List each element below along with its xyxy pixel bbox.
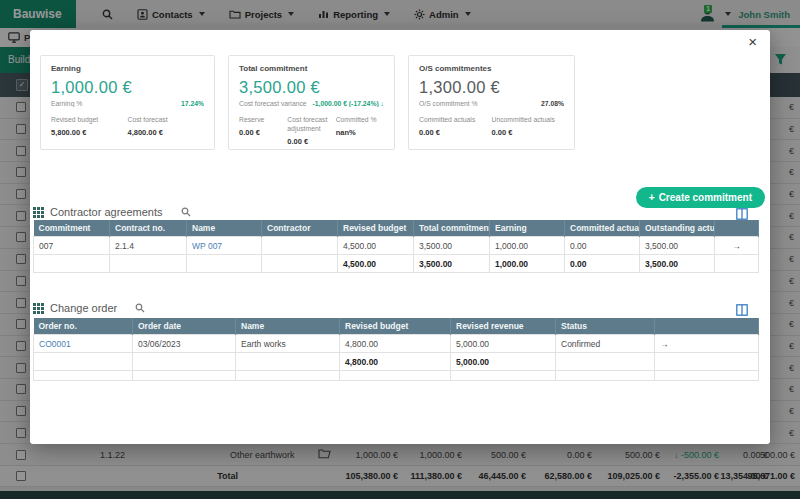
- metric-value: -1,000.00 € (-17.24%) ↓: [313, 100, 384, 107]
- total-cell: [110, 255, 187, 273]
- cell: 1,000.00: [490, 237, 565, 255]
- cell: [236, 371, 340, 381]
- cell: CO0001: [34, 335, 133, 353]
- column-header: Revised revenue: [451, 318, 556, 335]
- field-value: nan%: [336, 128, 379, 137]
- column-header: Status: [556, 318, 655, 335]
- field-label: Cost forecast adjustment: [287, 116, 330, 134]
- total-cell: 0.00: [565, 255, 640, 273]
- close-icon[interactable]: ×: [748, 34, 757, 49]
- field-label: Committed actuals: [419, 116, 487, 125]
- field-value: 0.00 €: [239, 128, 282, 137]
- card-title: Earning: [51, 64, 204, 73]
- cell: [451, 371, 556, 381]
- column-header: Earning: [490, 220, 565, 237]
- field-value: 4,800.00 €: [128, 128, 200, 137]
- card-field: Revised budget5,800.00 €: [51, 116, 128, 137]
- metric-label: Cost forecast variance: [239, 100, 307, 107]
- cell: 0.00: [565, 237, 640, 255]
- column-header: Contractor: [262, 220, 338, 237]
- search-icon[interactable]: [135, 303, 145, 313]
- cell: [340, 371, 451, 381]
- cell: [262, 237, 338, 255]
- grid-icon: [33, 303, 44, 314]
- earning-card: Earning 1,000.00 € Earning % 17.24% Revi…: [40, 55, 215, 150]
- column-header: [715, 220, 759, 237]
- total-cell: 4,500.00: [338, 255, 414, 273]
- totals-row: 4,500.003,500.001,000.000.003,500.00: [34, 255, 759, 273]
- total-cell: [133, 353, 236, 371]
- os-commitments-card: O/S commitmentes 1,300.00 € O/S commitme…: [408, 55, 575, 150]
- cell: 03/06/2023: [133, 335, 236, 353]
- cell: [556, 371, 655, 381]
- section-title: Contractor agreements: [50, 206, 163, 218]
- metric-value: 17.24%: [181, 100, 204, 107]
- screen: Bauwise Contacts Projects Reporting: [0, 0, 800, 499]
- field-value: 0.00 €: [419, 128, 487, 137]
- empty-row: [34, 371, 759, 381]
- field-label: Reserve: [239, 116, 282, 125]
- total-cell: [715, 255, 759, 273]
- cell: Confirmed: [556, 335, 655, 353]
- search-icon[interactable]: [181, 207, 191, 217]
- column-header: Revised budget: [338, 220, 414, 237]
- card-amount: 1,000.00 €: [51, 78, 204, 97]
- total-commitment-card: Total commitment 3,500.00 € Cost forecas…: [228, 55, 395, 150]
- column-header: Outstanding actuals: [640, 220, 715, 237]
- column-header: Order date: [133, 318, 236, 335]
- column-header: Name: [236, 318, 340, 335]
- grid-icon: [33, 207, 44, 218]
- card-field: Committed %nan%: [336, 116, 384, 146]
- metric-value: 27.08%: [541, 100, 564, 107]
- cell: 3,500.00: [640, 237, 715, 255]
- card-field: Cost forecast adjustment0.00 €: [287, 116, 335, 146]
- total-cell: [34, 353, 133, 371]
- row-link[interactable]: WP 007: [192, 241, 222, 251]
- cell: WP 007: [187, 237, 262, 255]
- commitments-modal: × Earning 1,000.00 € Earning % 17.24% Re…: [30, 30, 770, 444]
- column-header: [655, 318, 759, 335]
- total-cell: 3,500.00: [414, 255, 490, 273]
- cell: [34, 371, 133, 381]
- cell: 4,800.00: [340, 335, 451, 353]
- field-label: Uncommitted actuals: [492, 116, 560, 125]
- total-cell: 4,800.00: [340, 353, 451, 371]
- cell: [655, 371, 759, 381]
- cell: Earth works: [236, 335, 340, 353]
- column-header: Commitment: [34, 220, 110, 237]
- field-value: 5,800.00 €: [51, 128, 123, 137]
- card-field: Reserve0.00 €: [239, 116, 287, 146]
- cell: 4,500.00: [338, 237, 414, 255]
- cell: 3,500.00: [414, 237, 490, 255]
- columns-icon[interactable]: [736, 208, 748, 220]
- total-cell: 3,500.00: [640, 255, 715, 273]
- card-amount: 3,500.00 €: [239, 78, 384, 97]
- change-order-table: Order no.Order dateNameRevised budgetRev…: [33, 318, 759, 381]
- field-label: Cost forecast: [128, 116, 200, 125]
- total-cell: [236, 353, 340, 371]
- field-value: 0.00 €: [287, 137, 330, 146]
- total-cell: [262, 255, 338, 273]
- card-title: Total commitment: [239, 64, 384, 73]
- open-row-arrow[interactable]: →: [715, 237, 759, 255]
- column-header: Total commitment: [414, 220, 490, 237]
- create-commitment-button[interactable]: + Create commitment: [636, 187, 765, 208]
- columns-icon[interactable]: [736, 304, 748, 316]
- card-amount: 1,300.00 €: [419, 78, 564, 97]
- column-header: Name: [187, 220, 262, 237]
- metric-label: O/S commitment %: [419, 100, 478, 107]
- total-cell: [655, 353, 759, 371]
- plus-icon: +: [649, 192, 655, 203]
- column-header: Revised budget: [340, 318, 451, 335]
- total-cell: [34, 255, 110, 273]
- metric-label: Earning %: [51, 100, 82, 107]
- cell: 007: [34, 237, 110, 255]
- contractor-agreements-header: Contractor agreements: [33, 206, 191, 218]
- column-header: Order no.: [34, 318, 133, 335]
- column-header: Contract no.: [110, 220, 187, 237]
- totals-row: 4,800.005,000.00: [34, 353, 759, 371]
- total-cell: 1,000.00: [490, 255, 565, 273]
- card-field: Committed actuals0.00 €: [419, 116, 492, 137]
- open-row-arrow[interactable]: →: [655, 335, 759, 353]
- row-link[interactable]: CO0001: [39, 339, 71, 349]
